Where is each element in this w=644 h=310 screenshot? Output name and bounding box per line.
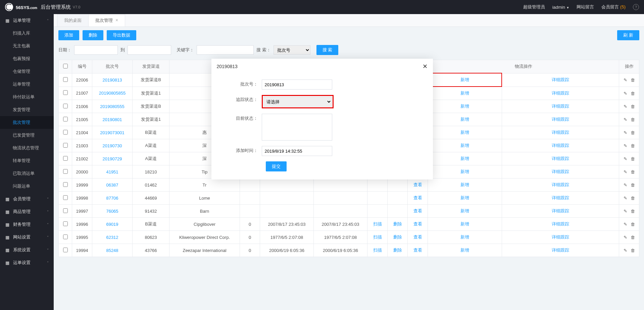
row-checkbox[interactable] (63, 182, 68, 187)
trash-icon[interactable]: 🗑 (631, 183, 635, 187)
menu-group-会员管理[interactable]: ▦会员管理˅ (0, 193, 54, 205)
sidebar-item-运单管理[interactable]: 运单管理 (0, 78, 54, 91)
add-track-link[interactable]: 新增 (460, 221, 469, 226)
batch-link[interactable]: 20190801 (103, 117, 122, 122)
add-button[interactable]: 添加 (58, 30, 79, 40)
add-track-link[interactable]: 新增 (460, 235, 469, 240)
view-link[interactable]: 查看 (413, 248, 422, 253)
batch-input[interactable] (262, 80, 332, 90)
user-dropdown[interactable]: iadmin ▼ (552, 5, 569, 10)
scan-link[interactable]: 扫描 (373, 248, 382, 253)
view-link[interactable]: 查看 (413, 182, 422, 187)
view-link[interactable]: 查看 (413, 235, 422, 240)
row-checkbox[interactable] (63, 156, 68, 161)
submit-button[interactable]: 提交 (266, 161, 287, 171)
sidebar-item-已发货管理[interactable]: 已发货管理 (0, 129, 54, 142)
row-checkbox[interactable] (63, 143, 68, 148)
trash-icon[interactable]: 🗑 (631, 196, 635, 200)
row-checkbox[interactable] (63, 221, 68, 226)
view-link[interactable]: 查看 (413, 195, 422, 200)
sidebar-item-扫描入库[interactable]: 扫描入库 (0, 27, 54, 40)
row-checkbox[interactable] (63, 235, 68, 239)
sidebar-item-包裹预报[interactable]: 包裹预报 (0, 52, 54, 65)
detail-track-link[interactable]: 详细跟踪 (552, 156, 569, 161)
batch-link[interactable]: 06387 (106, 183, 118, 188)
row-delete-link[interactable]: 删除 (393, 221, 402, 226)
current-status-textarea[interactable] (262, 114, 332, 141)
row-checkbox[interactable] (63, 248, 68, 252)
row-checkbox[interactable] (63, 90, 68, 95)
menu-group-运单设置[interactable]: ▦运单设置˅ (0, 256, 54, 269)
menu-group-运单管理[interactable]: ▦运单管理˄ (0, 14, 54, 27)
add-track-link[interactable]: 新增 (460, 208, 469, 213)
date-from-input[interactable] (74, 45, 118, 55)
row-checkbox[interactable] (63, 104, 68, 108)
date-to-input[interactable] (128, 45, 171, 55)
view-link[interactable]: 查看 (413, 208, 422, 213)
menu-group-网站设置[interactable]: ▦网站设置˅ (0, 231, 54, 244)
add-track-link[interactable]: 新增 (460, 77, 469, 82)
detail-track-link[interactable]: 详细跟踪 (552, 169, 569, 174)
trash-icon[interactable]: 🗑 (631, 117, 635, 122)
trash-icon[interactable]: 🗑 (631, 169, 635, 174)
edit-icon[interactable]: ✎ (623, 156, 628, 161)
add-track-link[interactable]: 新增 (460, 169, 469, 174)
edit-icon[interactable]: ✎ (623, 183, 628, 187)
detail-track-link[interactable]: 详细跟踪 (552, 248, 569, 253)
batch-link[interactable]: 85248 (106, 248, 118, 253)
close-icon[interactable]: ✕ (423, 63, 428, 70)
trash-icon[interactable]: 🗑 (631, 222, 635, 226)
refresh-button[interactable]: 刷 新 (617, 30, 639, 40)
add-track-link[interactable]: 新增 (460, 143, 469, 148)
add-track-link[interactable]: 新增 (460, 91, 469, 96)
add-track-link[interactable]: 新增 (460, 104, 469, 109)
batch-link[interactable]: 76065 (106, 209, 118, 214)
sidebar-item-待付款运单[interactable]: 待付款运单 (0, 91, 54, 103)
menu-group-商品管理[interactable]: ▦商品管理˅ (0, 205, 54, 218)
edit-icon[interactable]: ✎ (623, 91, 628, 96)
scan-link[interactable]: 扫描 (373, 235, 382, 240)
row-delete-link[interactable]: 删除 (393, 248, 402, 253)
edit-icon[interactable]: ✎ (623, 104, 628, 109)
track-status-select[interactable]: 请选择 (263, 97, 332, 107)
tab-批次管理[interactable]: 批次管理× (88, 14, 125, 27)
view-link[interactable]: 查看 (413, 221, 422, 226)
keyword-input[interactable] (197, 45, 254, 55)
help-icon[interactable]: ? (633, 4, 639, 10)
detail-track-link[interactable]: 详细跟踪 (552, 195, 569, 200)
trash-icon[interactable]: 🗑 (631, 235, 635, 240)
sidebar-item-仓储管理[interactable]: 仓储管理 (0, 65, 54, 78)
menu-group-系统设置[interactable]: ▦系统设置˅ (0, 244, 54, 256)
trash-icon[interactable]: 🗑 (631, 156, 635, 161)
edit-icon[interactable]: ✎ (623, 248, 628, 253)
edit-icon[interactable]: ✎ (623, 222, 628, 226)
close-icon[interactable]: × (115, 17, 118, 23)
add-track-link[interactable]: 新增 (460, 156, 469, 161)
detail-track-link[interactable]: 详细跟踪 (552, 117, 569, 122)
detail-track-link[interactable]: 详细跟踪 (552, 143, 569, 148)
menu-group-财务管理[interactable]: ▦财务管理˅ (0, 218, 54, 231)
trash-icon[interactable]: 🗑 (631, 143, 635, 148)
export-button[interactable]: 导出数据 (107, 30, 136, 40)
scan-link[interactable]: 扫描 (373, 221, 382, 226)
edit-icon[interactable]: ✎ (623, 78, 628, 82)
select-all-checkbox[interactable] (63, 64, 68, 68)
add-time-input[interactable] (262, 146, 332, 156)
add-track-link[interactable]: 新增 (460, 117, 469, 122)
add-track-link[interactable]: 新增 (460, 182, 469, 187)
batch-link[interactable]: 2019073001 (100, 130, 124, 135)
detail-track-link[interactable]: 详细跟踪 (552, 208, 569, 213)
batch-link[interactable]: 20190813 (103, 78, 122, 83)
batch-link[interactable]: 62312 (106, 235, 118, 240)
row-checkbox[interactable] (63, 77, 68, 82)
row-checkbox[interactable] (63, 117, 68, 121)
batch-link[interactable]: 87706 (106, 196, 118, 201)
row-checkbox[interactable] (63, 169, 68, 174)
edit-icon[interactable]: ✎ (623, 209, 628, 213)
add-track-link[interactable]: 新增 (460, 248, 469, 253)
edit-icon[interactable]: ✎ (623, 130, 628, 135)
sidebar-item-无主包裹[interactable]: 无主包裹 (0, 40, 54, 52)
tab-我的桌面[interactable]: 我的桌面 (57, 14, 89, 27)
detail-track-link[interactable]: 详细跟踪 (552, 221, 569, 226)
sidebar-item-问题运单[interactable]: 问题运单 (0, 180, 54, 193)
